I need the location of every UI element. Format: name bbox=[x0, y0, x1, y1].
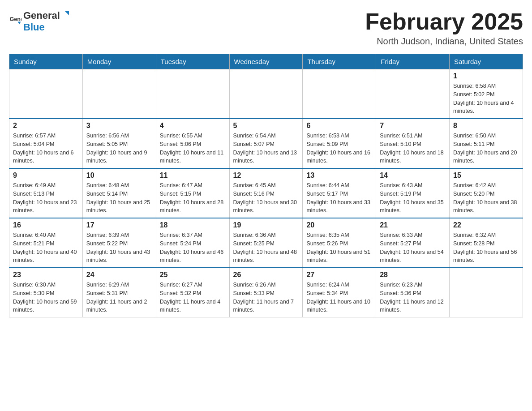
day-info: Sunrise: 6:39 AM bbox=[86, 231, 152, 240]
day-info: Sunset: 5:36 PM bbox=[380, 289, 446, 298]
day-info: Sunset: 5:22 PM bbox=[86, 240, 152, 248]
calendar-cell: 11Sunrise: 6:47 AMSunset: 5:15 PMDayligh… bbox=[156, 168, 229, 218]
calendar-cell: 1Sunrise: 6:58 AMSunset: 5:02 PMDaylight… bbox=[450, 69, 523, 119]
day-info: Daylight: 10 hours and 59 minutes. bbox=[13, 298, 79, 315]
logo: General General Blue bbox=[9, 9, 71, 33]
column-header-sunday: Sunday bbox=[9, 54, 83, 69]
calendar-cell: 8Sunrise: 6:50 AMSunset: 5:11 PMDaylight… bbox=[450, 119, 523, 168]
calendar-week-row: 2Sunrise: 6:57 AMSunset: 5:04 PMDaylight… bbox=[9, 119, 523, 168]
day-info: Sunset: 5:19 PM bbox=[380, 190, 446, 198]
day-info: Sunrise: 6:29 AM bbox=[86, 281, 152, 289]
day-info: Sunrise: 6:26 AM bbox=[233, 281, 299, 289]
day-info: Daylight: 11 hours and 10 minutes. bbox=[306, 298, 372, 315]
location-subtitle: North Judson, Indiana, United States bbox=[365, 36, 523, 47]
day-number: 26 bbox=[233, 271, 299, 279]
day-number: 12 bbox=[233, 171, 299, 180]
day-info: Daylight: 10 hours and 28 minutes. bbox=[160, 198, 226, 215]
day-info: Daylight: 10 hours and 25 minutes. bbox=[86, 198, 152, 215]
page-header: General General Blue February 2025 North… bbox=[9, 9, 523, 47]
day-info: Sunrise: 6:50 AM bbox=[453, 132, 519, 140]
calendar-cell bbox=[229, 69, 303, 119]
day-info: Sunset: 5:10 PM bbox=[380, 140, 446, 149]
day-info: Sunset: 5:32 PM bbox=[160, 289, 226, 298]
day-info: Daylight: 10 hours and 46 minutes. bbox=[160, 248, 226, 265]
day-info: Sunset: 5:13 PM bbox=[13, 190, 79, 198]
day-number: 9 bbox=[13, 171, 79, 180]
day-info: Sunrise: 6:40 AM bbox=[13, 231, 79, 240]
day-info: Daylight: 10 hours and 6 minutes. bbox=[13, 149, 79, 166]
day-info: Sunrise: 6:33 AM bbox=[380, 231, 446, 240]
calendar-header-row: SundayMondayTuesdayWednesdayThursdayFrid… bbox=[9, 54, 523, 69]
day-info: Sunset: 5:16 PM bbox=[233, 190, 299, 198]
day-number: 3 bbox=[86, 122, 152, 130]
svg-marker-1 bbox=[18, 21, 21, 24]
day-info: Sunrise: 6:57 AM bbox=[13, 132, 79, 140]
day-info: Sunrise: 6:44 AM bbox=[306, 181, 372, 190]
svg-marker-2 bbox=[64, 11, 69, 15]
day-number: 4 bbox=[160, 122, 226, 130]
day-info: Sunset: 5:11 PM bbox=[453, 140, 519, 149]
day-number: 13 bbox=[306, 171, 372, 180]
calendar-cell bbox=[82, 69, 156, 119]
logo-blue-text: Blue bbox=[23, 21, 45, 33]
calendar-cell: 26Sunrise: 6:26 AMSunset: 5:33 PMDayligh… bbox=[229, 268, 303, 317]
column-header-tuesday: Tuesday bbox=[156, 54, 229, 69]
column-header-thursday: Thursday bbox=[303, 54, 376, 69]
calendar-cell: 3Sunrise: 6:56 AMSunset: 5:05 PMDaylight… bbox=[82, 119, 156, 168]
title-block: February 2025 North Judson, Indiana, Uni… bbox=[365, 9, 523, 47]
day-info: Sunrise: 6:55 AM bbox=[160, 132, 226, 140]
calendar-cell bbox=[156, 69, 229, 119]
calendar-cell: 25Sunrise: 6:27 AMSunset: 5:32 PMDayligh… bbox=[156, 268, 229, 317]
day-info: Sunset: 5:02 PM bbox=[453, 90, 519, 99]
calendar-cell: 14Sunrise: 6:43 AMSunset: 5:19 PMDayligh… bbox=[376, 168, 450, 218]
calendar-cell: 27Sunrise: 6:24 AMSunset: 5:34 PMDayligh… bbox=[303, 268, 376, 317]
day-info: Daylight: 10 hours and 54 minutes. bbox=[380, 248, 446, 265]
column-header-saturday: Saturday bbox=[450, 54, 523, 69]
day-number: 5 bbox=[233, 122, 299, 130]
calendar-cell: 13Sunrise: 6:44 AMSunset: 5:17 PMDayligh… bbox=[303, 168, 376, 218]
day-info: Sunrise: 6:30 AM bbox=[13, 281, 79, 289]
day-number: 16 bbox=[13, 221, 79, 229]
calendar-cell: 7Sunrise: 6:51 AMSunset: 5:10 PMDaylight… bbox=[376, 119, 450, 168]
day-info: Sunset: 5:17 PM bbox=[306, 190, 372, 198]
day-info: Sunrise: 6:54 AM bbox=[233, 132, 299, 140]
calendar-cell: 9Sunrise: 6:49 AMSunset: 5:13 PMDaylight… bbox=[9, 168, 83, 218]
month-title: February 2025 bbox=[365, 9, 523, 34]
day-info: Sunrise: 6:53 AM bbox=[306, 132, 372, 140]
day-info: Daylight: 11 hours and 12 minutes. bbox=[380, 298, 446, 315]
day-info: Daylight: 10 hours and 23 minutes. bbox=[13, 198, 79, 215]
day-info: Sunrise: 6:51 AM bbox=[380, 132, 446, 140]
column-header-friday: Friday bbox=[376, 54, 450, 69]
day-info: Sunrise: 6:35 AM bbox=[306, 231, 372, 240]
day-info: Sunset: 5:14 PM bbox=[86, 190, 152, 198]
day-info: Daylight: 11 hours and 7 minutes. bbox=[233, 298, 299, 315]
day-number: 14 bbox=[380, 171, 446, 180]
day-info: Sunset: 5:24 PM bbox=[160, 240, 226, 248]
day-info: Daylight: 10 hours and 18 minutes. bbox=[380, 149, 446, 166]
day-info: Sunset: 5:33 PM bbox=[233, 289, 299, 298]
day-info: Sunset: 5:07 PM bbox=[233, 140, 299, 149]
day-number: 1 bbox=[453, 72, 519, 80]
calendar-cell: 17Sunrise: 6:39 AMSunset: 5:22 PMDayligh… bbox=[82, 218, 156, 268]
day-info: Sunrise: 6:56 AM bbox=[86, 132, 152, 140]
calendar-cell: 21Sunrise: 6:33 AMSunset: 5:27 PMDayligh… bbox=[376, 218, 450, 268]
day-info: Daylight: 10 hours and 13 minutes. bbox=[233, 149, 299, 166]
calendar-cell: 4Sunrise: 6:55 AMSunset: 5:06 PMDaylight… bbox=[156, 119, 229, 168]
day-number: 27 bbox=[306, 271, 372, 279]
day-info: Daylight: 10 hours and 51 minutes. bbox=[306, 248, 372, 265]
day-info: Sunrise: 6:47 AM bbox=[160, 181, 226, 190]
day-number: 25 bbox=[160, 271, 226, 279]
calendar-cell: 6Sunrise: 6:53 AMSunset: 5:09 PMDaylight… bbox=[303, 119, 376, 168]
day-info: Sunrise: 6:37 AM bbox=[160, 231, 226, 240]
day-number: 17 bbox=[86, 221, 152, 229]
calendar-cell: 24Sunrise: 6:29 AMSunset: 5:31 PMDayligh… bbox=[82, 268, 156, 317]
day-info: Sunset: 5:26 PM bbox=[306, 240, 372, 248]
logo-arrow-icon bbox=[61, 9, 71, 19]
calendar-cell: 22Sunrise: 6:32 AMSunset: 5:28 PMDayligh… bbox=[450, 218, 523, 268]
calendar-table: SundayMondayTuesdayWednesdayThursdayFrid… bbox=[9, 54, 523, 317]
day-number: 24 bbox=[86, 271, 152, 279]
calendar-week-row: 9Sunrise: 6:49 AMSunset: 5:13 PMDaylight… bbox=[9, 168, 523, 218]
day-number: 21 bbox=[380, 221, 446, 229]
day-info: Sunrise: 6:27 AM bbox=[160, 281, 226, 289]
day-number: 22 bbox=[453, 221, 519, 229]
